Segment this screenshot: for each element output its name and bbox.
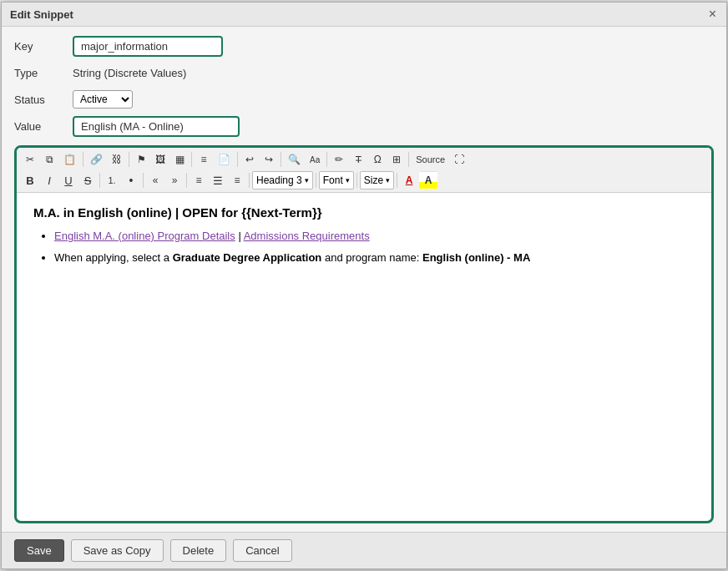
align-right-button[interactable]: ≡ <box>228 171 246 189</box>
status-label: Status <box>14 93 64 106</box>
status-select[interactable]: Active Inactive <box>73 90 133 109</box>
underline-button[interactable]: U <box>59 171 78 189</box>
indent-button[interactable]: » <box>165 171 184 189</box>
delete-button[interactable]: Delete <box>170 539 227 562</box>
sep12 <box>316 173 316 188</box>
toolbar-row-2: B I U S 1. • « » ≡ ☰ ≡ Heading 3 <box>21 171 707 189</box>
sep14 <box>397 173 397 188</box>
clear-format-button[interactable]: T̶ <box>349 150 367 169</box>
type-value: String (Discrete Values) <box>73 67 186 79</box>
bullet2-bold: Graduate Degree Application <box>173 251 322 264</box>
save-button[interactable]: Save <box>14 539 64 562</box>
value-label: Value <box>14 120 64 133</box>
program-details-link[interactable]: English M.A. (online) Program Details <box>54 230 235 242</box>
type-row: Type String (Discrete Values) <box>14 62 714 83</box>
list-item-1: English M.A. (online) Program Details | … <box>54 228 695 245</box>
page-break-button[interactable]: 📄 <box>214 150 235 169</box>
close-button[interactable]: × <box>707 8 718 21</box>
sep8 <box>99 173 100 188</box>
align-left-button[interactable]: ≡ <box>190 171 208 189</box>
special-char-button[interactable]: Ω <box>368 150 387 169</box>
sep4 <box>237 152 238 167</box>
italic-button[interactable]: I <box>40 171 58 189</box>
sep11 <box>249 173 250 188</box>
bold-button[interactable]: B <box>21 171 39 189</box>
sep1 <box>83 152 83 167</box>
copy-button[interactable]: ⧉ <box>40 150 58 169</box>
sep10 <box>186 173 187 188</box>
edit-snippet-dialog: Edit Snippet × Key major_information Typ… <box>1 2 727 569</box>
find-button[interactable]: 🔍 <box>284 150 305 169</box>
font-color-button[interactable]: A <box>400 171 418 189</box>
strikethrough-button[interactable]: S <box>78 171 97 189</box>
editor-toolbar: ✂ ⧉ 📋 🔗 ⛓ ⚑ 🖼 ▦ ≡ 📄 ↩ ↪ <box>17 148 711 193</box>
value-row: Value English (MA - Online) <box>14 115 714 137</box>
ordered-list-button[interactable]: 1. <box>103 171 121 189</box>
sep5 <box>281 152 281 167</box>
sep7 <box>408 152 409 167</box>
table-button[interactable]: ▦ <box>170 150 189 169</box>
value-field: English (MA - Online) <box>73 116 240 137</box>
type-label: Type <box>14 67 64 79</box>
size-dropdown[interactable]: Size <box>360 171 394 189</box>
sep13 <box>356 173 357 188</box>
fullscreen-button[interactable]: ⛶ <box>450 150 468 169</box>
key-label: Key <box>14 40 64 53</box>
image-button[interactable]: 🖼 <box>151 150 169 169</box>
iframe-button[interactable]: ⊞ <box>387 150 406 169</box>
dialog-body: Key major_information Type String (Discr… <box>2 27 726 532</box>
save-copy-button[interactable]: Save as Copy <box>71 539 164 562</box>
anchor-button[interactable]: ⚑ <box>132 150 150 169</box>
dialog-title: Edit Snippet <box>10 8 73 21</box>
sep6 <box>326 152 327 167</box>
link-button[interactable]: 🔗 <box>86 150 107 169</box>
heading-dropdown[interactable]: Heading 3 <box>252 171 313 189</box>
bullet2-bold2: English (online) - MA <box>422 251 530 264</box>
unlink-button[interactable]: ⛓ <box>108 150 126 169</box>
dialog-footer: Save Save as Copy Delete Cancel <box>2 532 726 568</box>
content-heading: M.A. in English (online) | OPEN for {{Ne… <box>33 205 695 220</box>
list-item-2: When applying, select a Graduate Degree … <box>54 250 695 266</box>
editor-content-area[interactable]: M.A. in English (online) | OPEN for {{Ne… <box>17 193 711 521</box>
case-button[interactable]: Aa <box>306 150 324 169</box>
format-paint-button[interactable]: ✏ <box>330 150 348 169</box>
sep3 <box>191 152 192 167</box>
paste-button[interactable]: 📋 <box>59 150 80 169</box>
toolbar-row-1: ✂ ⧉ 📋 🔗 ⛓ ⚑ 🖼 ▦ ≡ 📄 ↩ ↪ <box>21 150 707 169</box>
bullet2-pre: When applying, select a <box>54 251 173 264</box>
admissions-link[interactable]: Admissions Requirements <box>244 230 370 242</box>
bullet2-mid: and program name: <box>321 251 422 264</box>
key-value: major_information <box>73 36 223 57</box>
align-center-button[interactable]: ☰ <box>209 171 227 189</box>
dialog-header: Edit Snippet × <box>2 3 726 27</box>
cut-button[interactable]: ✂ <box>21 150 39 169</box>
source-button[interactable]: Source <box>412 150 449 169</box>
align-justify-button[interactable]: ≡ <box>195 150 213 169</box>
content-list: English M.A. (online) Program Details | … <box>54 228 695 265</box>
bg-color-button[interactable]: A <box>419 171 437 189</box>
unordered-list-button[interactable]: • <box>122 171 140 189</box>
font-dropdown[interactable]: Font <box>319 171 354 189</box>
sep9 <box>143 173 144 188</box>
status-row: Status Active Inactive <box>14 88 714 110</box>
key-row: Key major_information <box>14 35 714 57</box>
rich-text-editor: ✂ ⧉ 📋 🔗 ⛓ ⚑ 🖼 ▦ ≡ 📄 ↩ ↪ <box>14 145 714 523</box>
cancel-button[interactable]: Cancel <box>233 539 291 562</box>
outdent-button[interactable]: « <box>146 171 164 189</box>
redo-button[interactable]: ↪ <box>260 150 278 169</box>
sep2 <box>129 152 129 167</box>
undo-button[interactable]: ↩ <box>240 150 259 169</box>
